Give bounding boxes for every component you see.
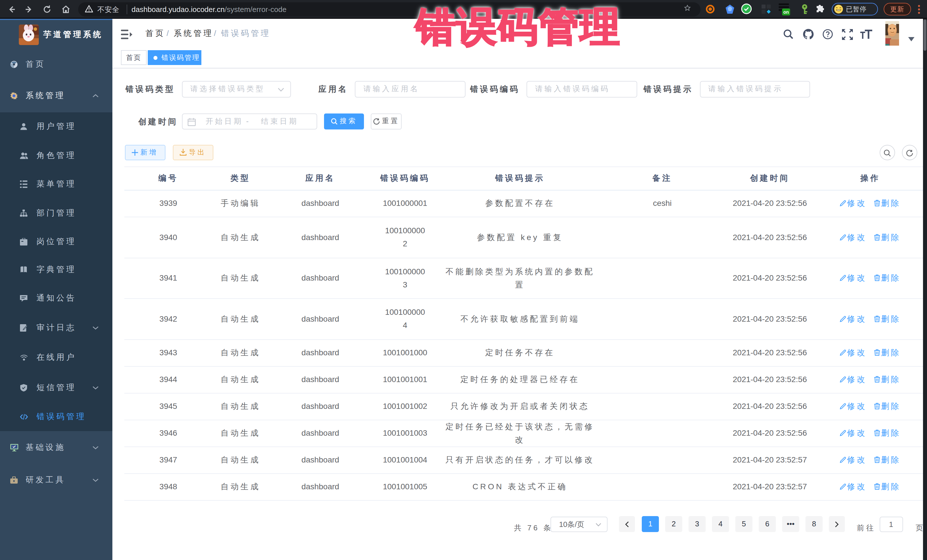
svg-text:on: on (783, 10, 789, 15)
